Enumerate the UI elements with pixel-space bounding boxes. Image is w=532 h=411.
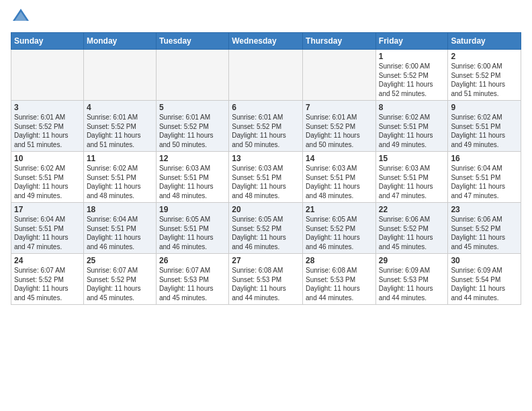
calendar-cell: 18Sunrise: 6:04 AMSunset: 5:51 PMDayligh…: [83, 203, 156, 254]
day-number: 5: [159, 103, 226, 112]
calendar-cell: 8Sunrise: 6:02 AMSunset: 5:51 PMDaylight…: [375, 101, 448, 152]
day-number: 2: [451, 52, 518, 61]
calendar-cell: [303, 50, 376, 101]
day-number: 6: [232, 103, 300, 112]
day-info: Sunrise: 6:06 AMSunset: 5:52 PMDaylight:…: [379, 215, 445, 251]
weekday-header-thursday: Thursday: [303, 33, 376, 50]
calendar-cell: 26Sunrise: 6:07 AMSunset: 5:53 PMDayligh…: [156, 254, 228, 305]
weekday-header-wednesday: Wednesday: [229, 33, 303, 50]
day-info: Sunrise: 6:07 AMSunset: 5:52 PMDaylight:…: [87, 266, 153, 302]
calendar-cell: 6Sunrise: 6:01 AMSunset: 5:52 PMDaylight…: [229, 101, 303, 152]
day-number: 19: [159, 205, 226, 214]
day-info: Sunrise: 6:02 AMSunset: 5:51 PMDaylight:…: [87, 164, 153, 200]
calendar-cell: 16Sunrise: 6:04 AMSunset: 5:51 PMDayligh…: [448, 152, 521, 203]
calendar-row-2: 10Sunrise: 6:02 AMSunset: 5:51 PMDayligh…: [11, 152, 521, 203]
day-info: Sunrise: 6:07 AMSunset: 5:53 PMDaylight:…: [159, 266, 226, 302]
day-number: 7: [306, 103, 373, 112]
day-info: Sunrise: 6:01 AMSunset: 5:52 PMDaylight:…: [87, 113, 153, 149]
calendar-cell: [229, 50, 303, 101]
day-number: 28: [306, 256, 373, 265]
calendar-cell: 25Sunrise: 6:07 AMSunset: 5:52 PMDayligh…: [83, 254, 156, 305]
day-number: 15: [379, 154, 445, 163]
calendar-cell: 7Sunrise: 6:01 AMSunset: 5:52 PMDaylight…: [303, 101, 376, 152]
calendar-cell: 5Sunrise: 6:01 AMSunset: 5:52 PMDaylight…: [156, 101, 228, 152]
calendar-cell: 9Sunrise: 6:02 AMSunset: 5:51 PMDaylight…: [448, 101, 521, 152]
day-number: 13: [232, 154, 300, 163]
calendar-cell: 10Sunrise: 6:02 AMSunset: 5:51 PMDayligh…: [11, 152, 84, 203]
day-info: Sunrise: 6:05 AMSunset: 5:52 PMDaylight:…: [306, 215, 373, 251]
day-info: Sunrise: 6:01 AMSunset: 5:52 PMDaylight:…: [232, 113, 300, 149]
calendar-cell: 12Sunrise: 6:03 AMSunset: 5:51 PMDayligh…: [156, 152, 228, 203]
calendar-row-4: 24Sunrise: 6:07 AMSunset: 5:52 PMDayligh…: [11, 254, 521, 305]
calendar-row-1: 3Sunrise: 6:01 AMSunset: 5:52 PMDaylight…: [11, 101, 521, 152]
day-number: 8: [379, 103, 445, 112]
day-info: Sunrise: 6:05 AMSunset: 5:51 PMDaylight:…: [159, 215, 226, 251]
day-info: Sunrise: 6:03 AMSunset: 5:51 PMDaylight:…: [379, 164, 445, 200]
logo: [11, 7, 34, 27]
day-info: Sunrise: 6:01 AMSunset: 5:52 PMDaylight:…: [306, 113, 373, 149]
calendar-cell: 17Sunrise: 6:04 AMSunset: 5:51 PMDayligh…: [11, 203, 84, 254]
day-number: 22: [379, 205, 445, 214]
day-info: Sunrise: 6:09 AMSunset: 5:54 PMDaylight:…: [451, 266, 518, 302]
weekday-header-friday: Friday: [375, 33, 448, 50]
day-number: 9: [451, 103, 518, 112]
calendar-row-3: 17Sunrise: 6:04 AMSunset: 5:51 PMDayligh…: [11, 203, 521, 254]
day-number: 16: [451, 154, 518, 163]
calendar-cell: 19Sunrise: 6:05 AMSunset: 5:51 PMDayligh…: [156, 203, 228, 254]
calendar-cell: 11Sunrise: 6:02 AMSunset: 5:51 PMDayligh…: [83, 152, 156, 203]
day-number: 10: [14, 154, 81, 163]
calendar-cell: 15Sunrise: 6:03 AMSunset: 5:51 PMDayligh…: [375, 152, 448, 203]
day-number: 20: [232, 205, 300, 214]
day-number: 27: [232, 256, 300, 265]
day-number: 12: [159, 154, 226, 163]
weekday-header-sunday: Sunday: [11, 33, 84, 50]
day-number: 30: [451, 256, 518, 265]
day-number: 1: [379, 52, 445, 61]
calendar-cell: 3Sunrise: 6:01 AMSunset: 5:52 PMDaylight…: [11, 101, 84, 152]
day-info: Sunrise: 6:08 AMSunset: 5:53 PMDaylight:…: [306, 266, 373, 302]
calendar-cell: 28Sunrise: 6:08 AMSunset: 5:53 PMDayligh…: [303, 254, 376, 305]
day-info: Sunrise: 6:02 AMSunset: 5:51 PMDaylight:…: [14, 164, 81, 200]
day-number: 24: [14, 256, 81, 265]
calendar-cell: [11, 50, 84, 101]
day-number: 18: [87, 205, 153, 214]
calendar-cell: 29Sunrise: 6:09 AMSunset: 5:53 PMDayligh…: [375, 254, 448, 305]
page: SundayMondayTuesdayWednesdayThursdayFrid…: [0, 0, 532, 411]
header: [11, 7, 521, 27]
day-info: Sunrise: 6:04 AMSunset: 5:51 PMDaylight:…: [87, 215, 153, 251]
day-info: Sunrise: 6:06 AMSunset: 5:52 PMDaylight:…: [451, 215, 518, 251]
day-number: 11: [87, 154, 153, 163]
calendar-cell: 1Sunrise: 6:00 AMSunset: 5:52 PMDaylight…: [375, 50, 448, 101]
day-info: Sunrise: 6:04 AMSunset: 5:51 PMDaylight:…: [451, 164, 518, 200]
day-info: Sunrise: 6:04 AMSunset: 5:51 PMDaylight:…: [14, 215, 81, 251]
day-info: Sunrise: 6:02 AMSunset: 5:51 PMDaylight:…: [379, 113, 445, 149]
calendar-cell: 2Sunrise: 6:00 AMSunset: 5:52 PMDaylight…: [448, 50, 521, 101]
day-number: 3: [14, 103, 81, 112]
day-number: 17: [14, 205, 81, 214]
calendar-cell: 20Sunrise: 6:05 AMSunset: 5:52 PMDayligh…: [229, 203, 303, 254]
day-number: 25: [87, 256, 153, 265]
calendar-cell: [83, 50, 156, 101]
day-info: Sunrise: 6:03 AMSunset: 5:51 PMDaylight:…: [159, 164, 226, 200]
weekday-header-monday: Monday: [83, 33, 156, 50]
calendar-cell: [156, 50, 228, 101]
calendar-table: SundayMondayTuesdayWednesdayThursdayFrid…: [11, 32, 521, 305]
calendar-cell: 22Sunrise: 6:06 AMSunset: 5:52 PMDayligh…: [375, 203, 448, 254]
day-number: 14: [306, 154, 373, 163]
day-number: 4: [87, 103, 153, 112]
day-info: Sunrise: 6:03 AMSunset: 5:51 PMDaylight:…: [232, 164, 300, 200]
day-number: 21: [306, 205, 373, 214]
day-info: Sunrise: 6:03 AMSunset: 5:51 PMDaylight:…: [306, 164, 373, 200]
day-info: Sunrise: 6:01 AMSunset: 5:52 PMDaylight:…: [14, 113, 81, 149]
day-info: Sunrise: 6:01 AMSunset: 5:52 PMDaylight:…: [159, 113, 226, 149]
calendar-cell: 21Sunrise: 6:05 AMSunset: 5:52 PMDayligh…: [303, 203, 376, 254]
calendar-cell: 23Sunrise: 6:06 AMSunset: 5:52 PMDayligh…: [448, 203, 521, 254]
calendar-cell: 30Sunrise: 6:09 AMSunset: 5:54 PMDayligh…: [448, 254, 521, 305]
day-info: Sunrise: 6:08 AMSunset: 5:53 PMDaylight:…: [232, 266, 300, 302]
day-number: 29: [379, 256, 445, 265]
day-info: Sunrise: 6:05 AMSunset: 5:52 PMDaylight:…: [232, 215, 300, 251]
logo-icon: [11, 7, 31, 27]
day-info: Sunrise: 6:00 AMSunset: 5:52 PMDaylight:…: [451, 62, 518, 98]
day-info: Sunrise: 6:02 AMSunset: 5:51 PMDaylight:…: [451, 113, 518, 149]
calendar-cell: 24Sunrise: 6:07 AMSunset: 5:52 PMDayligh…: [11, 254, 84, 305]
